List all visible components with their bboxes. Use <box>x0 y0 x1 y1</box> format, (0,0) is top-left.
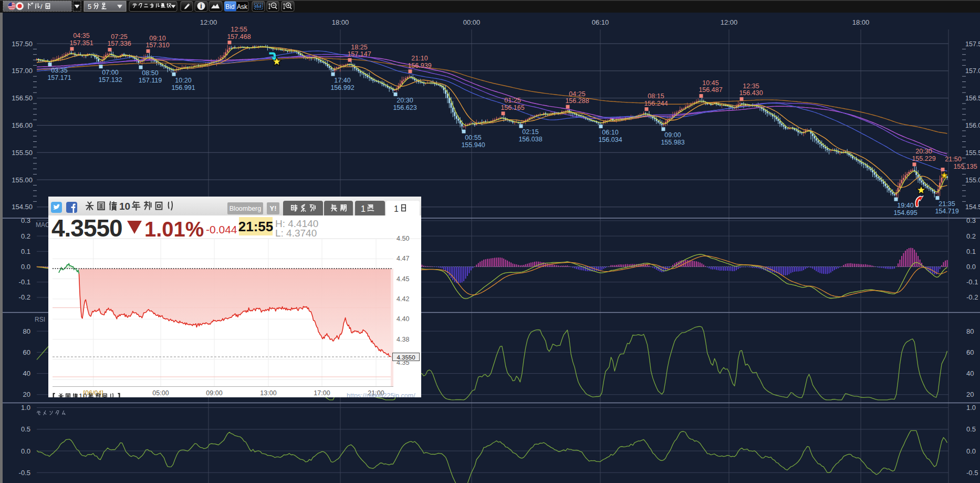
svg-text:156.038: 156.038 <box>518 136 542 143</box>
svg-text:12:55: 12:55 <box>231 26 247 33</box>
svg-text:10: 10 <box>119 201 130 212</box>
svg-text:157.00: 157.00 <box>965 67 980 75</box>
svg-text:07:00: 07:00 <box>102 69 118 76</box>
svg-text:156.288: 156.288 <box>565 97 589 105</box>
svg-text:156.244: 156.244 <box>644 100 668 107</box>
svg-text:4.45: 4.45 <box>397 275 409 283</box>
svg-text:156.034: 156.034 <box>598 136 622 143</box>
svg-text:01:25: 01:25 <box>504 97 520 104</box>
svg-text:157.171: 157.171 <box>47 74 71 81</box>
svg-text:1: 1 <box>79 392 82 397</box>
svg-text:00:55: 00:55 <box>465 134 481 141</box>
svg-text:09:00: 09:00 <box>664 131 681 139</box>
svg-text:155.229: 155.229 <box>912 155 935 162</box>
svg-text:20:30: 20:30 <box>915 148 932 155</box>
svg-text:i: i <box>200 3 202 10</box>
svg-text:00:00: 00:00 <box>463 18 481 26</box>
svg-text:157.00: 157.00 <box>12 67 33 75</box>
svg-text:4.42: 4.42 <box>397 295 409 303</box>
svg-text:Ask: Ask <box>237 3 248 11</box>
svg-text:0.0: 0.0 <box>21 447 30 455</box>
svg-text:18:00: 18:00 <box>332 18 349 26</box>
svg-text:155.135: 155.135 <box>953 163 977 170</box>
svg-text:40: 40 <box>23 369 30 377</box>
svg-text:-0.5: -0.5 <box>966 469 978 477</box>
svg-text:4.3550: 4.3550 <box>51 214 122 242</box>
svg-text:12:00: 12:00 <box>200 18 217 26</box>
svg-text:03:35: 03:35 <box>51 67 67 74</box>
svg-text:0.1: 0.1 <box>21 248 30 255</box>
svg-text:21:55: 21:55 <box>238 219 274 234</box>
svg-text:60: 60 <box>23 348 30 356</box>
svg-text:0.3: 0.3 <box>966 217 976 224</box>
svg-text:-0.5: -0.5 <box>19 469 30 477</box>
svg-text:155.983: 155.983 <box>661 139 684 146</box>
svg-text:-0.1: -0.1 <box>966 278 978 286</box>
svg-text:05:00: 05:00 <box>152 389 169 397</box>
svg-text:156.939: 156.939 <box>408 62 431 69</box>
svg-text:154.719: 154.719 <box>935 208 958 215</box>
svg-text:0.5: 0.5 <box>966 425 976 433</box>
svg-text:40: 40 <box>966 369 974 377</box>
svg-text:60: 60 <box>966 348 974 356</box>
svg-text:04:25: 04:25 <box>569 90 585 98</box>
svg-text:4.38: 4.38 <box>397 336 409 343</box>
svg-text:21:10: 21:10 <box>411 55 428 62</box>
svg-text:155.50: 155.50 <box>12 149 33 157</box>
svg-text:157.468: 157.468 <box>227 33 251 40</box>
svg-text:0.0: 0.0 <box>966 263 976 271</box>
svg-text:0.0: 0.0 <box>21 263 30 271</box>
svg-text:1.0: 1.0 <box>21 404 30 412</box>
svg-text:156.992: 156.992 <box>330 84 354 91</box>
svg-text:155.50: 155.50 <box>965 149 980 157</box>
svg-text:0.2: 0.2 <box>966 232 976 240</box>
svg-text:1.0: 1.0 <box>966 404 976 412</box>
svg-text:157.351: 157.351 <box>69 39 93 47</box>
svg-text:0.2: 0.2 <box>21 232 30 240</box>
svg-text:156.00: 156.00 <box>965 122 980 129</box>
svg-text:0.3: 0.3 <box>21 217 30 224</box>
svg-text:156.623: 156.623 <box>393 104 416 111</box>
svg-text:155.00: 155.00 <box>12 176 33 184</box>
svg-text:0.1: 0.1 <box>966 248 976 255</box>
svg-text:-0.2: -0.2 <box>19 293 30 301</box>
svg-text:154.50: 154.50 <box>12 203 33 211</box>
svg-text:0.0: 0.0 <box>966 447 976 455</box>
svg-text:20: 20 <box>966 390 974 398</box>
svg-text:L: 4.3740: L: 4.3740 <box>275 228 317 239</box>
svg-text:09:10: 09:10 <box>149 35 165 42</box>
svg-text:20:30: 20:30 <box>397 97 413 104</box>
svg-text:157.147: 157.147 <box>347 50 371 58</box>
svg-text:4.3550: 4.3550 <box>397 354 415 361</box>
svg-text:1: 1 <box>394 204 399 213</box>
svg-text:-0.1: -0.1 <box>19 278 30 286</box>
svg-text:07:25: 07:25 <box>111 33 127 40</box>
svg-text:https://nikkei225jp.com/: https://nikkei225jp.com/ <box>347 392 415 397</box>
svg-text:02:15: 02:15 <box>522 128 538 136</box>
svg-text:157.119: 157.119 <box>139 77 162 84</box>
svg-text:1.01%: 1.01% <box>144 218 204 241</box>
svg-text:18:00: 18:00 <box>852 18 870 26</box>
svg-text:21:35: 21:35 <box>939 200 955 208</box>
svg-text:157.310: 157.310 <box>145 42 169 49</box>
svg-text:13:00: 13:00 <box>260 389 276 397</box>
svg-text:155.00: 155.00 <box>965 177 980 184</box>
svg-text:Bid: Bid <box>225 3 234 11</box>
svg-text:155.940: 155.940 <box>461 141 485 149</box>
svg-text:06:10: 06:10 <box>602 129 618 136</box>
svg-text:4.50: 4.50 <box>397 235 409 242</box>
svg-text:0.5: 0.5 <box>21 425 30 433</box>
svg-text:156.50: 156.50 <box>965 95 980 102</box>
svg-text:09:00: 09:00 <box>206 389 222 397</box>
svg-text:80: 80 <box>23 327 30 335</box>
svg-text:1: 1 <box>361 204 366 213</box>
svg-text:12:35: 12:35 <box>743 83 759 90</box>
svg-text:-0.2: -0.2 <box>966 293 978 301</box>
svg-text:/: / <box>40 3 43 11</box>
svg-text:12:00: 12:00 <box>721 18 738 26</box>
svg-text:4.47: 4.47 <box>397 255 409 262</box>
svg-text:156.165: 156.165 <box>501 104 524 111</box>
svg-text:154.695: 154.695 <box>893 209 917 217</box>
svg-text:157.50: 157.50 <box>965 40 980 48</box>
svg-text:4.40: 4.40 <box>397 315 409 323</box>
